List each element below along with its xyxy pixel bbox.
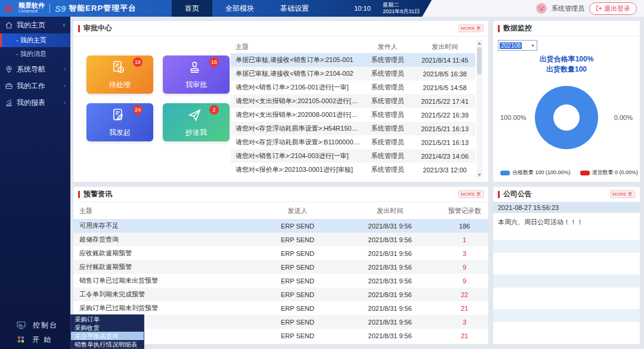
table-row[interactable]: 工令单到期未完成预警 ERP SEND 2021/8/31 9:56 22 [73,288,488,301]
menu-item-purchase-receive[interactable]: 采购收货 [71,323,144,332]
logout-button[interactable]: 退出登录 [589,2,637,15]
announcement-item[interactable]: 2021-08-27 15:56:23 本周六、周日公司活动！！！ [493,202,640,235]
scroll-up-icon[interactable] [478,42,481,45]
table-row[interactable]: 可用库存不足 ERP SEND 2021/8/31 9:56 186 [73,219,488,233]
sidebar-item-system-nav[interactable]: 系统导航 › [0,61,70,78]
sidebar-footer: 控制台 开 始 [0,318,70,347]
table-row[interactable]: 采购订单已过期未到货预警 ERP SEND 2021/8/31 9:56 21 [73,301,488,315]
start-popup-menu: 采购订单 采购收货 未交平衡表查询 销售单执行情况明细表 [70,314,144,349]
cell-time: 2021/3/3 12:00 [414,166,475,174]
cell-sender: 系统管理员 [361,138,414,147]
sidebar-item-label: 我的工作 [17,81,45,91]
cell-time: 2021/8/31 9:56 [339,236,441,243]
approval-panel-header: 审批中心 MORE 更 [73,21,488,36]
alerts-more-button[interactable]: MORE 更 [459,190,484,198]
cell-time: 2021/8/31 9:56 [339,291,441,298]
company-logo-icon [4,2,16,14]
cell-sender: ERP SEND [256,277,339,285]
table-row[interactable]: 请您对<报价单>:202103-0001进行[审核] 系统管理员 2021/3/… [231,163,475,177]
table-row[interactable]: 请您对<存货浮动耗损率设置>:H54R15006002进行[审核] 系统管理员 … [231,122,475,135]
period-value: 202108 [500,42,522,49]
brand-divider [49,4,50,13]
cell-sender: 系统管理员 [361,97,414,106]
cell-sender: ERP SEND [256,291,339,298]
cell-sender: 系统管理员 [361,152,414,160]
cell-sender: ERP SEND [256,264,339,271]
chart-icon [5,98,13,107]
cell-subject: 请您对<存货浮动耗损率设置>:H54R15006002进行[审核] [231,124,361,133]
donut-label-right: 0.00% [614,114,633,121]
table-row[interactable]: 销售订单已过期未出货预警 ERP SEND 2021/8/31 9:56 9 [73,274,488,288]
cell-time: 2021/4/23 14:06 [414,153,475,160]
cell-count: 3 [441,319,488,326]
cell-subject: 请您对<支出报销单>:202008-0001进行[审核] [231,110,361,119]
tab-all-modules[interactable]: 全部模块 [212,0,267,17]
approval-more-button[interactable]: MORE 更 [459,24,484,32]
table-row[interactable]: 单据已审核,请接收<销售订单>:2105-001 系统管理员 2021/8/14… [231,53,475,67]
cell-time: 2021/8/31 9:56 [339,319,441,326]
cc-label: 抄送我 [163,128,230,138]
approval-tiles: 19 待处理 16 我审批 24 我发起 [86,55,232,141]
alerts-table-header: 主题 发送人 发出时间 预警记录数 [73,202,488,219]
col-count: 预警记录数 [441,206,488,215]
cell-subject: 单据已审核,请接收<销售订单>:2105-001 [231,55,361,64]
announcements-more-button[interactable]: MORE 更 [610,190,635,198]
table-row[interactable]: 请您对<销售订单>:2106-001进行[一审] 系统管理员 2021/6/5 … [231,81,475,94]
table-row[interactable]: 应收账款逾期预警 ERP SEND 2021/8/31 9:56 3 [73,246,488,260]
cell-count: 186 [441,223,488,230]
start-button[interactable]: 开 始 [0,332,70,347]
sidebar-subitem-my-home[interactable]: - 我的主页 [0,33,70,47]
briefcase-icon [5,82,13,90]
cell-subject: 请您对<报价单>:202103-0001进行[审核] [231,165,361,174]
approval-table: 主题 发件人 发出时间 单据已审核,请接收<销售订单>:2105-001 系统管… [231,40,475,178]
my-approvals-tile[interactable]: 16 我审批 [163,55,230,94]
initiated-label: 我发起 [86,128,153,138]
table-row[interactable]: 请您对<支出报销单>:202008-0001进行[审核] 系统管理员 2021/… [231,108,475,122]
legend-item-pass: 合格数量 100 (100.00%) [500,169,571,177]
cc-count-badge: 2 [209,105,219,115]
s9-badge: S9 [55,4,66,14]
menu-item-balance-query[interactable]: 未交平衡表查询 [71,332,144,340]
logout-label: 退出登录 [604,4,630,13]
sidebar-item-home[interactable]: 我的主页 ˅ [0,17,70,33]
pending-tile[interactable]: 19 待处理 [86,55,153,94]
cell-sender: 系统管理员 [361,165,414,174]
logo-text: 顺景软件 Centersoft [18,2,45,14]
sidebar-item-my-reports[interactable]: 我的报表 › [0,94,70,111]
table-row[interactable]: 请您对<支出报销单>:202105-0002进行[审核] 系统管理员 2021/… [231,94,475,108]
logout-icon [596,5,602,11]
cell-count: 9 [441,264,488,271]
avatar[interactable] [536,3,547,14]
cell-sender: ERP SEND [256,332,339,339]
col-time: 发出时间 [414,42,475,51]
donut-label-left: 100.00% [500,114,526,121]
table-row[interactable]: 超储存货查询 ERP SEND 2021/8/31 9:56 1 [73,233,488,246]
cell-subject: 请您对<存货浮动耗损率设置>:B11000001进行[审核] [231,138,361,147]
col-subject: 主题 [73,206,256,215]
pass-rate-text: 出货合格率100% [493,54,640,64]
tab-home[interactable]: 首页 [172,0,212,17]
table-row[interactable]: 请您对<销售订单>:2104-003进行[一审] 系统管理员 2021/4/23… [231,149,475,163]
start-icon [17,335,25,344]
approval-scrollbar[interactable] [476,40,482,178]
initiated-by-me-tile[interactable]: 24 我发起 [86,103,153,141]
table-row[interactable]: 单据已审核,请接收<销售订单>:2104-002 系统管理员 2021/8/5 … [231,67,475,81]
alerts-panel-header: 预警资讯 MORE 更 [73,187,488,202]
sidebar-item-my-work[interactable]: 我的工作 › [0,78,70,94]
scroll-thumb[interactable] [477,47,482,75]
header-accent-bar [78,25,80,32]
cell-sender: 系统管理员 [361,69,414,78]
cell-time: 2021/8/31 9:56 [339,305,441,312]
menu-item-sales-exec-report[interactable]: 销售单执行情况明细表 [71,340,144,348]
sidebar-subitem-my-messages[interactable]: - 我的消息 [0,47,70,61]
table-row[interactable]: 请您对<存货浮动耗损率设置>:B11000001进行[审核] 系统管理员 202… [231,135,475,149]
table-row[interactable]: 应付账款逾期预警 ERP SEND 2021/8/31 9:56 9 [73,260,488,274]
console-button[interactable]: 控制台 [0,318,70,332]
doc-edit-icon [110,107,126,123]
console-icon [17,321,26,329]
scroll-down-icon[interactable] [478,174,481,177]
menu-item-purchase-order[interactable]: 采购订单 [71,315,144,323]
tab-basic-settings[interactable]: 基础设置 [267,0,322,17]
period-select[interactable]: 202108 ▼ [498,40,537,51]
cc-to-me-tile[interactable]: 2 抄送我 [163,103,230,141]
